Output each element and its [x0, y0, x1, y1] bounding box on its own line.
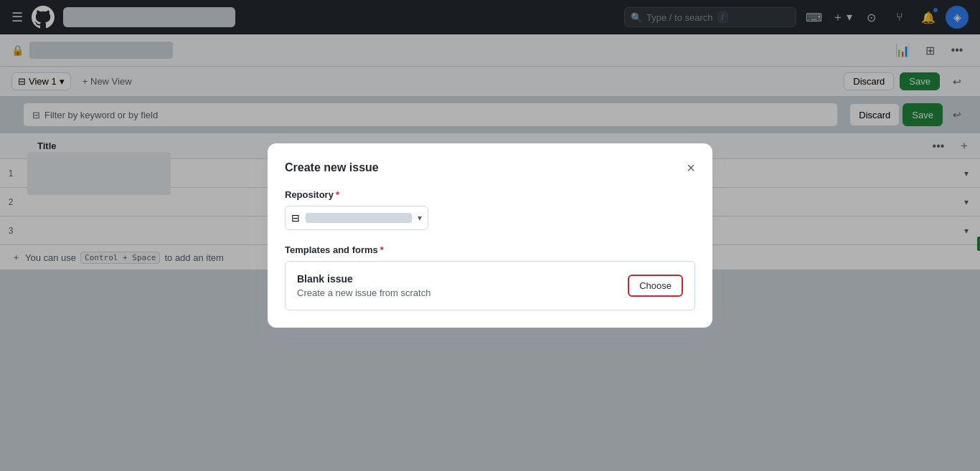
repository-field: Repository* ⊟ ▾	[285, 189, 695, 230]
modal-overlay: Create new issue × Repository* ⊟ ▾ Templ…	[0, 0, 980, 471]
modal-dialog: Create new issue × Repository* ⊟ ▾ Templ…	[268, 143, 712, 328]
required-star: *	[336, 189, 339, 200]
template-item-info: Blank issue Create a new issue from scra…	[297, 273, 430, 298]
templates-section: Templates and forms* Blank issue Create …	[285, 244, 695, 310]
modal-title: Create new issue	[285, 161, 379, 174]
template-name: Blank issue	[297, 273, 430, 285]
repository-select[interactable]: ⊟ ▾	[285, 206, 428, 230]
templates-label: Templates and forms*	[285, 244, 695, 255]
chevron-down-icon: ▾	[418, 213, 422, 223]
repository-label: Repository*	[285, 189, 695, 200]
modal-header: Create new issue ×	[285, 161, 695, 175]
modal-close-button[interactable]: ×	[687, 161, 695, 175]
template-description: Create a new issue from scratch	[297, 287, 430, 298]
repo-icon: ⊟	[291, 212, 300, 224]
required-star: *	[380, 244, 384, 255]
choose-button[interactable]: Choose	[628, 275, 683, 297]
blank-issue-template: Blank issue Create a new issue from scra…	[285, 261, 695, 310]
repo-name-placeholder	[306, 213, 412, 223]
